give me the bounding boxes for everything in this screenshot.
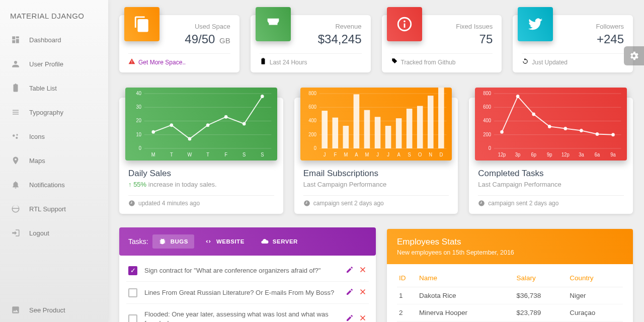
warning-icon <box>128 58 135 66</box>
daily-sales-chart: 010203040MTWTFSS <box>125 88 277 160</box>
svg-text:400: 400 <box>484 118 492 123</box>
task-checkbox[interactable] <box>128 314 137 322</box>
chart-title: Completed Tasks <box>478 169 624 179</box>
task-tab-website[interactable]: WEBSITE <box>198 234 251 249</box>
task-edit-button[interactable] <box>346 266 354 275</box>
svg-text:3p: 3p <box>515 152 520 157</box>
task-checkbox[interactable] <box>128 288 137 297</box>
svg-rect-46 <box>385 126 391 148</box>
svg-point-74 <box>501 130 504 134</box>
svg-text:6p: 6p <box>531 152 536 157</box>
chart-card-email-subs: 0200400600800JFMAMJJASOND Email Subscrip… <box>294 98 458 214</box>
stat-row: Used Space49/50 GB Get More Space.. Reve… <box>119 15 633 72</box>
task-delete-button[interactable] <box>359 266 367 275</box>
th-country: Country <box>568 269 623 287</box>
svg-rect-51 <box>438 88 444 148</box>
stat-card-followers: Followers+245 Just Updated <box>513 15 633 72</box>
calendar-icon <box>260 58 267 66</box>
svg-text:200: 200 <box>484 131 492 137</box>
completed-tasks-chart: 020040060080012p3p6p9p12p3a6a9a <box>475 88 627 160</box>
bug-icon <box>158 237 167 246</box>
sidebar-item-user-profile[interactable]: User Profile <box>0 52 108 76</box>
svg-text:9p: 9p <box>547 152 552 157</box>
task-text: Lines From Great Russian Literature? Or … <box>144 288 339 297</box>
sidebar-item-maps[interactable]: Maps <box>0 148 108 173</box>
chart-subtitle: Last Campaign Performance <box>303 181 449 188</box>
sidebar-item-label: Maps <box>29 157 45 165</box>
svg-rect-43 <box>353 94 359 148</box>
svg-text:40: 40 <box>136 91 142 96</box>
employees-title: Employees Stats <box>397 237 623 247</box>
employees-table: ID Name Salary Country 1Dakota Rice$36,7… <box>397 269 623 321</box>
svg-rect-47 <box>395 118 401 148</box>
svg-point-22 <box>261 95 264 98</box>
svg-text:T: T <box>206 152 209 157</box>
svg-text:6a: 6a <box>595 152 600 157</box>
svg-rect-42 <box>343 126 349 148</box>
sidebar-item-typography[interactable]: Typography <box>0 100 108 124</box>
svg-text:0: 0 <box>313 145 316 151</box>
sidebar-item-label: See Product <box>29 306 65 314</box>
sidebar-item-see-product[interactable]: See Product <box>0 298 108 322</box>
stat-footer: Last 24 Hours <box>260 53 362 66</box>
brand-title: MATERIAL DJANGO <box>0 8 108 28</box>
svg-text:S: S <box>408 152 411 157</box>
svg-point-78 <box>564 127 568 130</box>
svg-text:12p: 12p <box>561 152 570 157</box>
table-row: 2Minerva Hooper$23,789Curaçao <box>397 304 623 321</box>
svg-rect-45 <box>374 117 380 148</box>
image-icon <box>11 305 20 314</box>
get-more-space-link[interactable]: Get More Space.. <box>138 59 186 66</box>
svg-text:J: J <box>376 152 379 157</box>
svg-text:D: D <box>439 152 443 157</box>
sidebar-item-rtl[interactable]: RTL Support <box>0 197 108 221</box>
svg-point-20 <box>224 115 228 119</box>
clipboard-icon <box>11 84 20 93</box>
tasks-header: Tasks: BUGS WEBSITE SERVER <box>119 227 376 256</box>
svg-rect-40 <box>321 111 328 148</box>
task-checkbox[interactable]: ✓ <box>128 266 137 275</box>
sidebar-item-notifications[interactable]: Notifications <box>0 173 108 197</box>
sidebar-item-icons[interactable]: Icons <box>0 124 108 148</box>
svg-text:20: 20 <box>136 118 142 123</box>
svg-point-77 <box>548 125 551 128</box>
library-icon <box>11 108 20 117</box>
clock-icon <box>128 200 135 207</box>
sidebar-item-label: User Profile <box>29 60 63 68</box>
sidebar-item-logout[interactable]: Logout <box>0 221 108 245</box>
svg-text:O: O <box>418 152 422 157</box>
svg-text:200: 200 <box>308 131 316 137</box>
task-delete-button[interactable] <box>359 288 367 297</box>
sidebar-item-dashboard[interactable]: Dashboard <box>0 28 108 52</box>
sidebar-item-table-list[interactable]: Table List <box>0 76 108 100</box>
svg-text:0: 0 <box>139 145 142 151</box>
svg-rect-50 <box>428 96 434 148</box>
task-tab-server[interactable]: SERVER <box>255 234 304 249</box>
settings-gear-button[interactable] <box>624 46 644 65</box>
svg-point-17 <box>170 123 174 127</box>
task-edit-button[interactable] <box>346 288 354 297</box>
person-icon <box>11 59 20 68</box>
gear-icon <box>628 50 639 61</box>
tasks-card: Tasks: BUGS WEBSITE SERVER ✓ Sign contra… <box>119 229 376 322</box>
tag-icon <box>391 58 398 66</box>
task-delete-button[interactable] <box>359 314 367 322</box>
svg-text:0: 0 <box>489 145 492 151</box>
bubble-icon <box>11 132 20 141</box>
stat-card-used-space: Used Space49/50 GB Get More Space.. <box>119 15 239 72</box>
tasks-label: Tasks: <box>128 237 148 246</box>
chart-card-daily-sales: 010203040MTWTFSS Daily Sales ↑ 55% incre… <box>119 98 283 214</box>
task-edit-button[interactable] <box>346 314 354 322</box>
email-subs-chart: 0200400600800JFMAMJJASOND <box>300 88 452 160</box>
task-tab-bugs[interactable]: BUGS <box>152 234 194 249</box>
svg-text:600: 600 <box>308 104 316 110</box>
bell-icon <box>11 180 20 189</box>
sidebar-item-label: Icons <box>29 133 45 140</box>
chart-title: Email Subscriptions <box>303 169 449 179</box>
info-icon <box>387 7 422 41</box>
task-text: Sign contract for "What are conference o… <box>144 266 339 275</box>
svg-point-18 <box>188 137 192 140</box>
svg-text:3a: 3a <box>579 152 585 157</box>
svg-point-75 <box>516 95 520 98</box>
svg-text:600: 600 <box>484 104 492 110</box>
